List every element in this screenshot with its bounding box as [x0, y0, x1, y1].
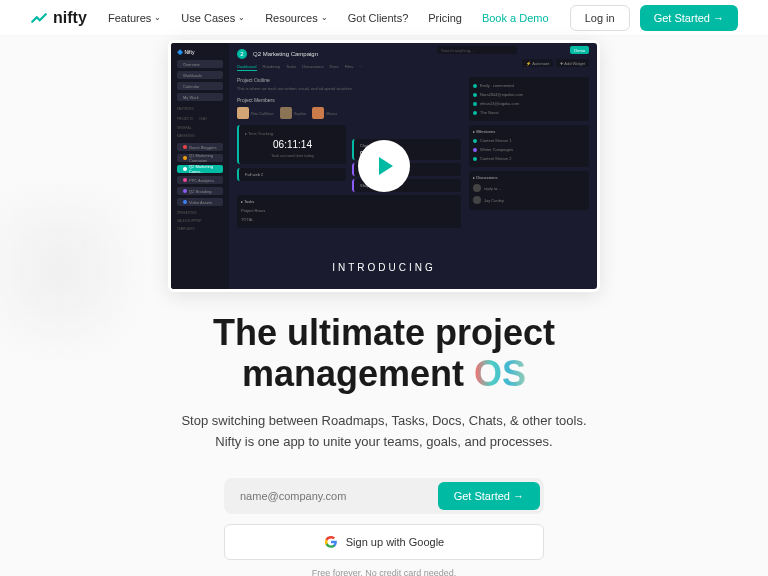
nav-book-demo[interactable]: Book a Demo — [482, 12, 549, 24]
google-icon — [324, 535, 338, 549]
chevron-down-icon: ⌄ — [154, 13, 161, 22]
chevron-down-icon: ⌄ — [238, 13, 245, 22]
hero-headline: The ultimate project management OS — [213, 312, 555, 395]
nav-resources[interactable]: Resources⌄ — [265, 12, 328, 24]
ss-main: 2 Q2 Marketing Campaign ⚡ Automate ✚ Add… — [229, 43, 597, 289]
ss-sidebar: 🔷 Nifty Overview Workloads Calendar My W… — [171, 43, 229, 289]
free-forever-text: Free forever. No credit card needed. — [312, 568, 457, 576]
logo[interactable]: nifty — [30, 9, 87, 27]
hero-subheadline: Stop switching between Roadmaps, Tasks, … — [181, 411, 586, 453]
nav-got-clients[interactable]: Got Clients? — [348, 12, 409, 24]
login-button[interactable]: Log in — [570, 5, 630, 31]
get-started-button[interactable]: Get Started → — [640, 5, 738, 31]
google-signup-button[interactable]: Sign up with Google — [224, 524, 544, 560]
logo-icon — [30, 9, 48, 27]
header-actions: Log in Get Started → — [570, 5, 738, 31]
main-nav: Features⌄ Use Cases⌄ Resources⌄ Got Clie… — [108, 12, 549, 24]
introducing-label: INTRODUCING — [332, 262, 436, 273]
product-screenshot[interactable]: Search anything… Demo 🔷 Nifty Overview W… — [168, 40, 600, 292]
chevron-down-icon: ⌄ — [321, 13, 328, 22]
play-button[interactable] — [358, 140, 410, 192]
nav-pricing[interactable]: Pricing — [428, 12, 462, 24]
signup-form: Get Started → — [224, 478, 544, 514]
email-input[interactable] — [228, 482, 438, 510]
signup-button[interactable]: Get Started → — [438, 482, 540, 510]
play-icon — [379, 157, 393, 175]
hero-section: Search anything… Demo 🔷 Nifty Overview W… — [0, 36, 768, 576]
header: nifty Features⌄ Use Cases⌄ Resources⌄ Go… — [0, 0, 768, 36]
nav-use-cases[interactable]: Use Cases⌄ — [181, 12, 245, 24]
nav-features[interactable]: Features⌄ — [108, 12, 161, 24]
logo-text: nifty — [53, 9, 87, 27]
